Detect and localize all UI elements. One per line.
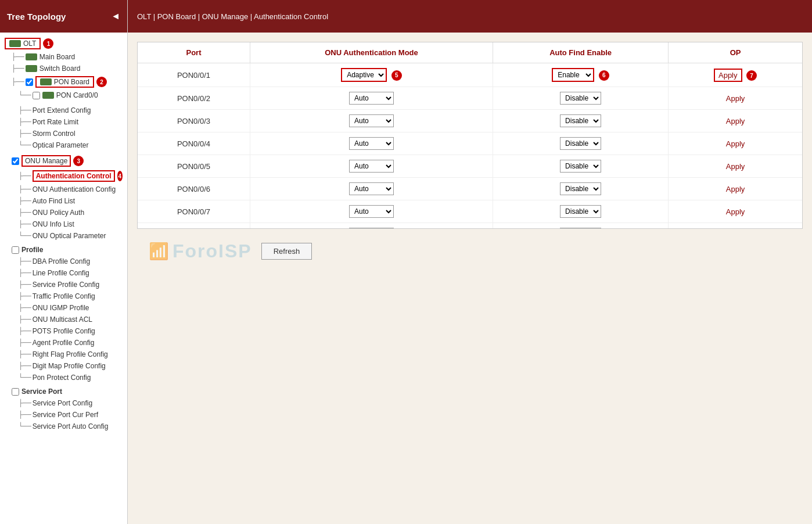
nav-label-sp-curperf: Service Port Cur Perf	[33, 411, 98, 419]
badge-1: 1	[43, 38, 53, 49]
tree-node-pon-board[interactable]: ├── PON Board 2	[0, 74, 127, 89]
pon-card-checkbox[interactable]	[33, 92, 40, 99]
nav-item-traffic[interactable]: ├──Traffic Profile Config	[0, 290, 127, 302]
nav-item-igmp[interactable]: ├──ONU IGMP Profile	[0, 302, 127, 314]
nav-item-digitmap[interactable]: ├──Digit Map Profile Config	[0, 360, 127, 372]
auth-control-box: Authentication Control	[33, 170, 115, 182]
main-content: OLT | PON Board | ONU Manage | Authentic…	[128, 0, 812, 524]
connector: └──	[19, 91, 31, 99]
pon-board-checkbox[interactable]	[26, 78, 33, 86]
onu-auth-select-6[interactable]: Auto Adaptive Manual	[349, 182, 394, 195]
profile-label: Profile	[21, 246, 43, 254]
nav-item-sp-curperf[interactable]: ├──Service Port Cur Perf	[0, 409, 127, 421]
watermark-wifi-icon: 📶	[149, 242, 170, 261]
nav-item-auto-find[interactable]: ├── Auto Find List	[0, 195, 127, 207]
cell-auto-find: Disable Enable	[493, 110, 669, 132]
apply-link-4[interactable]: Apply	[726, 139, 745, 148]
onu-auth-select-8[interactable]: Auto Adaptive Manual	[349, 228, 394, 228]
badge-7: 7	[746, 70, 757, 81]
nav-item-pots[interactable]: ├──POTS Profile Config	[0, 325, 127, 337]
table-scroll[interactable]: Port ONU Authentication Mode Auto Find E…	[138, 42, 802, 228]
apply-link-2[interactable]: Apply	[726, 94, 745, 103]
nav-item-agent[interactable]: ├──Agent Profile Config	[0, 337, 127, 349]
nav-item-onu-policy[interactable]: ├── ONU Policy Auth	[0, 207, 127, 218]
onu-auth-select-7[interactable]: Auto Adaptive Manual	[349, 205, 394, 218]
nav-item-auth-control[interactable]: ├── Authentication Control 4	[0, 168, 127, 184]
sidebar-header: Tree Topology ◄	[0, 0, 127, 33]
tree-node-profile[interactable]: Profile	[0, 244, 127, 256]
nav-item-storm[interactable]: ├── Storm Control	[0, 128, 127, 139]
nav-item-sp-auto[interactable]: └──Service Port Auto Config	[0, 421, 127, 432]
nav-item-dba[interactable]: ├──DBA Profile Config	[0, 256, 127, 267]
auto-find-select-4[interactable]: Disable Enable	[560, 137, 601, 150]
apply-link-1[interactable]: Apply	[718, 71, 738, 80]
nav-item-onu-auth-config[interactable]: ├── ONU Authentication Config	[0, 184, 127, 195]
auto-find-select-1[interactable]: Enable Disable	[552, 68, 594, 82]
pon-board-label: PON Board	[54, 78, 89, 86]
nav-item-line[interactable]: ├──Line Profile Config	[0, 267, 127, 279]
sidebar-content: OLT 1 ├── Main Board ├── Switch Board ├─…	[0, 33, 127, 524]
cell-onu-auth-mode: Adaptive Auto Manual 5	[250, 63, 493, 87]
table-row: PON0/0/2 Auto Adaptive Manual	[138, 87, 802, 110]
connector: └──	[19, 232, 31, 240]
refresh-button[interactable]: Refresh	[261, 243, 312, 260]
onu-auth-select-4[interactable]: Auto Adaptive Manual	[349, 137, 394, 150]
service-port-checkbox[interactable]	[12, 388, 19, 396]
nav-item-port-extend[interactable]: ├── Port Extend Config	[0, 105, 127, 116]
auto-find-select-7[interactable]: Disable Enable	[560, 205, 601, 218]
onu-manage-checkbox[interactable]	[12, 157, 19, 165]
collapse-arrow-icon[interactable]: ◄	[111, 11, 120, 21]
auto-find-select-8[interactable]: Disable Enable	[560, 228, 601, 228]
nav-item-sp-config[interactable]: ├──Service Port Config	[0, 397, 127, 409]
tree-node-onu-manage[interactable]: ONU Manage 3	[0, 153, 127, 168]
nav-item-multicast[interactable]: ├──ONU Multicast ACL	[0, 314, 127, 325]
cell-auto-find: Disable Enable	[493, 223, 669, 229]
nav-item-ponprotect[interactable]: └──Pon Protect Config	[0, 372, 127, 383]
sidebar: Tree Topology ◄ OLT 1 ├── Main Board ├──	[0, 0, 128, 524]
tree-node-main-board[interactable]: ├── Main Board	[0, 51, 127, 63]
onu-auth-select-1[interactable]: Adaptive Auto Manual	[341, 68, 387, 82]
tree-node-switch-board[interactable]: ├── Switch Board	[0, 63, 127, 74]
tree-node-service-port[interactable]: Service Port	[0, 386, 127, 397]
connector: ├──	[19, 197, 31, 205]
auto-find-select-5[interactable]: Disable Enable	[560, 160, 601, 173]
cell-onu-auth-mode: Auto Adaptive Manual	[250, 200, 493, 223]
apply-link-3[interactable]: Apply	[726, 117, 745, 125]
apply-link-5[interactable]: Apply	[726, 162, 745, 171]
profile-checkbox[interactable]	[12, 246, 19, 254]
connector: ├──	[19, 130, 31, 138]
auto-find-select-6[interactable]: Disable Enable	[560, 182, 601, 195]
nav-item-onu-info[interactable]: ├── ONU Info List	[0, 218, 127, 230]
nav-item-service-profile[interactable]: ├──Service Profile Config	[0, 279, 127, 290]
tree-node-olt[interactable]: OLT 1	[0, 36, 127, 51]
onu-auth-select-2[interactable]: Auto Adaptive Manual	[349, 92, 394, 105]
apply-link-6[interactable]: Apply	[726, 185, 745, 193]
cell-op: Apply	[669, 223, 802, 229]
auth-table: Port ONU Authentication Mode Auto Find E…	[138, 42, 802, 228]
nav-label-agent: Agent Profile Config	[33, 339, 95, 347]
onu-auth-select-5[interactable]: Auto Adaptive Manual	[349, 160, 394, 173]
onu-manage-box: ONU Manage	[21, 155, 71, 167]
nav-item-optical[interactable]: └── Optical Parameter	[0, 139, 127, 151]
apply-link-7[interactable]: Apply	[726, 207, 745, 216]
col-header-port: Port	[138, 42, 250, 63]
pon-card-icon	[42, 92, 54, 99]
table-row: PON0/0/8 Auto Adaptive Manual	[138, 223, 802, 229]
cell-port: PON0/0/2	[138, 87, 250, 110]
cell-op: Apply	[669, 110, 802, 132]
nav-label-optical: Optical Parameter	[33, 141, 89, 149]
nav-item-onu-optical[interactable]: └── ONU Optical Parameter	[0, 230, 127, 242]
onu-auth-select-3[interactable]: Auto Adaptive Manual	[349, 114, 394, 127]
auto-find-select-2[interactable]: Disable Enable	[560, 92, 601, 105]
nav-item-rightflag[interactable]: ├──Right Flag Profile Config	[0, 349, 127, 360]
cell-port: PON0/0/6	[138, 178, 250, 200]
service-port-label: Service Port	[21, 387, 62, 396]
auto-find-select-3[interactable]: Disable Enable	[560, 114, 601, 127]
nav-label-onu-info: ONU Info List	[33, 220, 74, 228]
nav-item-port-rate[interactable]: ├── Port Rate Limit	[0, 116, 127, 128]
switch-board-icon	[26, 65, 37, 72]
cell-op: Apply 7	[669, 63, 802, 87]
tree-node-pon-card[interactable]: └── PON Card0/0	[0, 89, 127, 101]
cell-auto-find: Disable Enable	[493, 87, 669, 110]
connector: ├──	[19, 220, 31, 228]
